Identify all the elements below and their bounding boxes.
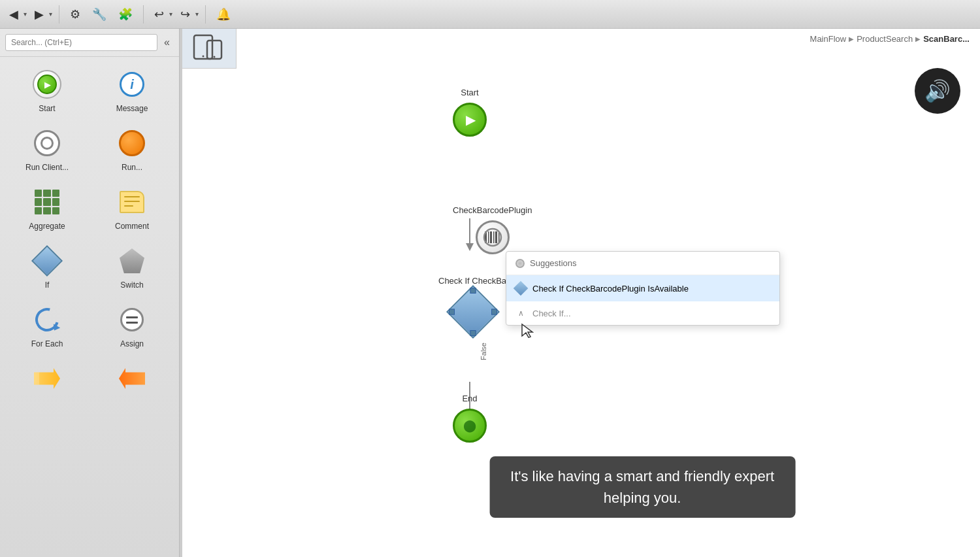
suggestion-item-2[interactable]: ∧ Check If...	[506, 301, 779, 325]
suggestion-header-text: Suggestions	[530, 258, 577, 268]
device-icon	[193, 34, 225, 60]
handle-right[interactable]	[491, 309, 497, 315]
collapse-button[interactable]: «	[160, 35, 174, 50]
svg-rect-12	[490, 231, 492, 243]
assign-icon	[116, 304, 148, 335]
caption-text: It's like having a smart and friendly ex…	[510, 468, 774, 484]
canvas-area: MainFlow ▶ ProductSearch ▶ ScanBarc... S…	[182, 29, 980, 557]
start-label: Start	[39, 104, 55, 113]
suggestion-header: Suggestions	[506, 252, 779, 275]
flow-start-node[interactable]: Start	[453, 88, 487, 137]
divider-2	[143, 5, 144, 24]
comment-label: Comment	[115, 222, 149, 231]
device-tab[interactable]	[182, 29, 237, 69]
false-label: False	[480, 343, 487, 363]
tool-run[interactable]: Run...	[90, 121, 174, 178]
handle-top[interactable]	[470, 288, 476, 294]
breadcrumb-sep-2: ▶	[915, 35, 921, 42]
if-icon	[31, 245, 63, 277]
start-circle[interactable]	[453, 103, 487, 137]
switch-icon	[116, 245, 148, 277]
sound-button[interactable]: 🔊	[915, 68, 960, 114]
search-bar: «	[0, 29, 179, 57]
forward-dropdown-arrow[interactable]: ▾	[49, 10, 52, 18]
svg-rect-13	[493, 231, 495, 243]
end-circle[interactable]	[453, 409, 487, 443]
switch-label: Switch	[120, 280, 143, 290]
toolbar: ◀ ▾ ▶ ▾ ⚙ 🔧 🧩 ↩ ▾ ↪ ▾ 🔔	[0, 0, 980, 29]
run-client-label: Run Client...	[25, 163, 69, 172]
undo-group: ↩ ▾	[150, 5, 172, 24]
for-each-label: For Each	[31, 339, 63, 348]
search-input[interactable]	[5, 34, 157, 51]
breadcrumb-mainflow[interactable]: MainFlow	[810, 34, 847, 44]
tool-aggregate[interactable]: Aggregate	[5, 180, 89, 237]
tool-comment[interactable]: Comment	[90, 180, 174, 237]
equals-bar-1	[126, 316, 138, 318]
if-label: If	[45, 280, 50, 290]
message-icon: i	[116, 69, 148, 100]
video-caption: It's like having a smart and friendly ex…	[489, 456, 795, 518]
redo-button[interactable]: ↪	[176, 5, 194, 24]
tool-grid: ▶ Start i Message	[0, 57, 179, 410]
breadcrumb-productsearch[interactable]: ProductSearch	[857, 34, 913, 44]
forward-group: ▶ ▾	[31, 5, 52, 24]
divider-3	[205, 5, 206, 24]
aggregate-label: Aggregate	[29, 222, 65, 231]
assign-label: Assign	[120, 339, 144, 348]
back-dropdown-arrow[interactable]: ▾	[24, 10, 27, 18]
tool-switch[interactable]: Switch	[90, 239, 174, 296]
notifications-button[interactable]: 🔔	[212, 5, 235, 24]
tool-message[interactable]: i Message	[90, 62, 174, 120]
aggregate-icon	[31, 186, 63, 218]
puzzle-button[interactable]: 🧩	[114, 5, 137, 24]
handle-left[interactable]	[449, 309, 455, 315]
suggestion-radio-icon	[515, 259, 525, 268]
diamond-wrapper	[451, 290, 495, 333]
forward-button[interactable]: ▶	[31, 5, 48, 24]
run-client-icon	[31, 127, 63, 159]
message-label: Message	[116, 104, 148, 113]
comment-icon	[116, 186, 148, 218]
main-layout: « ▶ Start i Message	[0, 29, 980, 557]
suggestion-item-2-text: Check If...	[532, 309, 571, 318]
barcode-node-label: CheckBarcodePlugin	[453, 205, 532, 215]
redo-group: ↪ ▾	[176, 5, 199, 24]
breadcrumb-current: ScanBarc...	[923, 34, 970, 44]
suggestion-panel: Suggestions Check If CheckBarcodePlugin …	[506, 251, 780, 326]
svg-rect-11	[488, 231, 489, 243]
arrow-right-icon	[31, 363, 63, 394]
undo-button[interactable]: ↩	[150, 5, 168, 24]
suggestion-item-1[interactable]: Check If CheckBarcodePlugin IsAvailable	[506, 275, 779, 301]
cursor	[521, 323, 534, 341]
flow-barcode-node[interactable]: CheckBarcodePlugin	[453, 205, 532, 254]
tool-for-each[interactable]: For Each	[5, 297, 89, 355]
tool-if[interactable]: If	[5, 239, 89, 296]
grid-shape	[35, 190, 59, 214]
breadcrumb: MainFlow ▶ ProductSearch ▶ ScanBarc...	[800, 29, 980, 49]
tool-arrow-right[interactable]	[5, 356, 89, 405]
svg-point-1	[203, 56, 204, 58]
flow-end-node[interactable]: End	[453, 394, 487, 443]
redo-dropdown-arrow[interactable]: ▾	[195, 10, 199, 18]
info-shape: i	[120, 72, 144, 97]
arrow-left-icon	[116, 363, 148, 394]
handle-bottom[interactable]	[470, 330, 476, 336]
barcode-circle[interactable]	[476, 220, 510, 254]
svg-point-3	[214, 56, 216, 58]
suggestion-item-1-text: Check If CheckBarcodePlugin IsAvailable	[532, 284, 689, 294]
settings-button[interactable]: ⚙	[66, 5, 84, 24]
svg-rect-14	[495, 231, 497, 243]
wrench-button[interactable]: 🔧	[88, 5, 110, 24]
tool-start[interactable]: ▶ Start	[5, 62, 89, 120]
start-node-label: Start	[461, 88, 478, 97]
undo-dropdown-arrow[interactable]: ▾	[169, 10, 172, 18]
tool-arrow-left[interactable]	[90, 356, 174, 405]
tool-assign[interactable]: Assign	[90, 297, 174, 355]
flow-diamond-node[interactable]: Check If CheckBarc...	[451, 290, 495, 333]
equals-shape	[120, 308, 144, 331]
back-button[interactable]: ◀	[5, 5, 22, 24]
tool-run-client[interactable]: Run Client...	[5, 121, 89, 178]
equals-bar-2	[126, 322, 138, 324]
end-node-label: End	[462, 394, 477, 403]
